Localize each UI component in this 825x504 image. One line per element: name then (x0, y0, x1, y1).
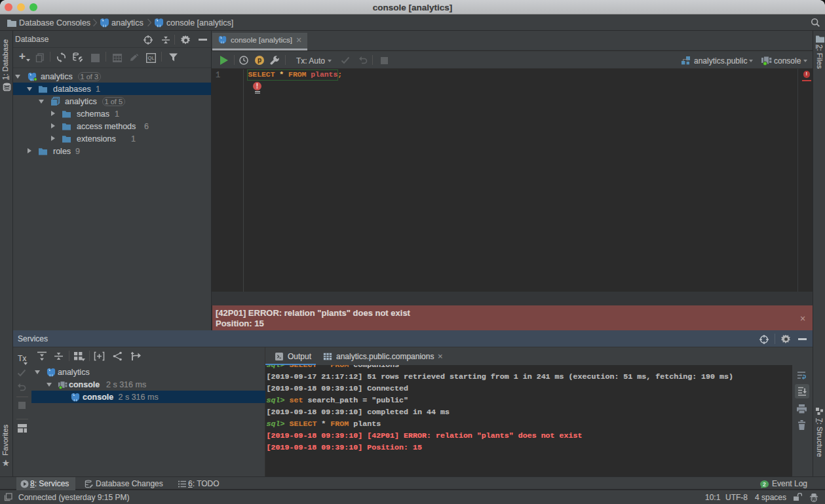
svg-text:2: 2 (763, 481, 766, 488)
svg-text:QL: QL (148, 55, 155, 61)
